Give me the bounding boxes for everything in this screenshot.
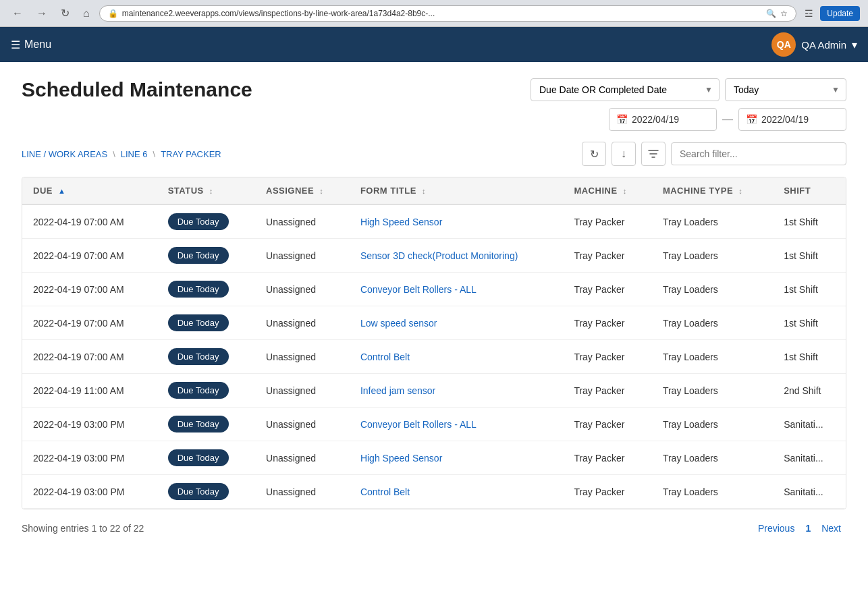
cell-machine: Tray Packer (563, 374, 652, 408)
form-title-link[interactable]: Control Belt (360, 352, 410, 362)
breadcrumb-item-tray-packer[interactable]: TRAY PACKER (161, 149, 221, 159)
cell-status: Due Today (157, 475, 255, 509)
menu-label: Menu (24, 38, 51, 51)
cell-assignee: Unassigned (255, 441, 350, 475)
url-text: maintenance2.weeverapps.com/views/inspec… (122, 9, 763, 18)
search-icon: 🔍 (766, 9, 776, 18)
url-bar: 🔒 maintenance2.weeverapps.com/views/insp… (99, 5, 797, 22)
search-wrapper (671, 142, 846, 165)
cell-assignee: Unassigned (255, 340, 350, 374)
forward-button[interactable]: → (32, 6, 51, 21)
filter-button[interactable] (641, 142, 666, 166)
col-shift[interactable]: SHIFT (773, 177, 846, 204)
pagination: Previous 1 Next (753, 520, 846, 536)
toolbar-right: ↻ ↓ (582, 142, 846, 166)
date-range-dropdown[interactable]: Today (725, 78, 846, 101)
reload-button[interactable]: ↻ (57, 5, 74, 21)
page-header: Scheduled Maintenance Due Date OR Comple… (22, 78, 846, 131)
cell-due: 2022-04-19 07:00 AM (22, 204, 157, 239)
cell-shift: 1st Shift (773, 340, 846, 374)
col-form-title[interactable]: FORM TITLE ↕ (350, 177, 564, 204)
form-title-link[interactable]: Control Belt (360, 486, 410, 497)
form-title-link[interactable]: High Speed Sensor (360, 217, 442, 227)
back-button[interactable]: ← (8, 6, 27, 21)
update-button[interactable]: Update (820, 6, 860, 21)
user-dropdown-button[interactable]: ▾ (852, 38, 857, 51)
date-range-dropdown-wrapper: Today ▼ (725, 78, 846, 101)
table-row: 2022-04-19 03:00 PM Due Today Unassigned… (22, 441, 846, 475)
col-due[interactable]: DUE ▲ (22, 177, 157, 204)
col-machine-type[interactable]: MACHINE TYPE ↕ (652, 177, 773, 204)
cell-shift: 1st Shift (773, 306, 846, 340)
cell-machine-type: Tray Loaders (652, 306, 773, 340)
cell-form-title: Sensor 3D check(Product Monitoring) (350, 239, 564, 273)
calendar-icon-to: 📅 (746, 114, 757, 125)
date-to-input[interactable]: 📅 2022/04/19 (738, 108, 846, 131)
breadcrumb-item-line6[interactable]: LINE 6 (121, 149, 148, 159)
col-status[interactable]: STATUS ↕ (157, 177, 255, 204)
cell-due: 2022-04-19 03:00 PM (22, 475, 157, 509)
previous-button[interactable]: Previous (753, 520, 800, 536)
date-type-dropdown-wrapper: Due Date OR Completed Date ▼ (531, 78, 720, 101)
showing-entries: Showing entries 1 to 22 of 22 (22, 523, 144, 534)
cell-form-title: High Speed Sensor (350, 204, 564, 239)
date-type-dropdown[interactable]: Due Date OR Completed Date (531, 78, 720, 101)
form-title-link[interactable]: Low speed sensor (360, 318, 437, 329)
date-from-input[interactable]: 📅 2022/04/19 (609, 108, 717, 131)
cell-shift: 1st Shift (773, 239, 846, 273)
next-button[interactable]: Next (816, 520, 846, 536)
app-header: ☰ Menu QA QA Admin ▾ (0, 27, 868, 62)
download-button[interactable]: ↓ (612, 142, 636, 166)
status-badge: Due Today (168, 314, 229, 331)
table-container: DUE ▲ STATUS ↕ ASSIGNEE ↕ FORM TITLE ↕ (22, 177, 846, 509)
cell-machine-type: Tray Loaders (652, 273, 773, 306)
table-row: 2022-04-19 07:00 AM Due Today Unassigned… (22, 239, 846, 273)
breadcrumb-item-line-work-areas[interactable]: LINE / WORK AREAS (22, 149, 107, 159)
cell-form-title: High Speed Sensor (350, 441, 564, 475)
table-body: 2022-04-19 07:00 AM Due Today Unassigned… (22, 204, 846, 509)
form-title-link[interactable]: Conveyor Belt Rollers - ALL (360, 419, 477, 430)
cell-due: 2022-04-19 11:00 AM (22, 374, 157, 408)
form-title-link[interactable]: Conveyor Belt Rollers - ALL (360, 284, 477, 295)
col-assignee-label: ASSIGNEE (266, 186, 314, 196)
col-shift-label: SHIFT (784, 186, 811, 196)
home-button[interactable]: ⌂ (79, 6, 94, 21)
cell-due: 2022-04-19 07:00 AM (22, 239, 157, 273)
form-title-link[interactable]: Sensor 3D check(Product Monitoring) (360, 250, 518, 261)
col-assignee[interactable]: ASSIGNEE ↕ (255, 177, 350, 204)
filter-row-2: 📅 2022/04/19 — 📅 2022/04/19 (609, 108, 846, 131)
filter-icon (648, 148, 659, 159)
form-title-link[interactable]: Infeed jam sensor (360, 385, 435, 396)
refresh-button[interactable]: ↻ (582, 142, 606, 166)
cell-machine: Tray Packer (563, 408, 652, 441)
cell-machine: Tray Packer (563, 441, 652, 475)
cell-machine-type: Tray Loaders (652, 441, 773, 475)
cell-assignee: Unassigned (255, 374, 350, 408)
calendar-icon-from: 📅 (616, 114, 628, 125)
search-input[interactable] (671, 142, 846, 165)
user-name: QA Admin (801, 39, 846, 51)
cell-machine-type: Tray Loaders (652, 374, 773, 408)
table-row: 2022-04-19 03:00 PM Due Today Unassigned… (22, 408, 846, 441)
table-row: 2022-04-19 03:00 PM Due Today Unassigned… (22, 475, 846, 509)
header-row: DUE ▲ STATUS ↕ ASSIGNEE ↕ FORM TITLE ↕ (22, 177, 846, 204)
cell-shift: Sanitati... (773, 408, 846, 441)
form-title-link[interactable]: High Speed Sensor (360, 453, 442, 464)
cell-form-title: Control Belt (350, 475, 564, 509)
lock-icon: 🔒 (108, 9, 118, 18)
breadcrumb: LINE / WORK AREAS \ LINE 6 \ TRAY PACKER (22, 149, 221, 159)
col-machine-label: MACHINE (574, 186, 617, 196)
status-badge: Due Today (168, 382, 229, 399)
extensions-button[interactable]: ☲ (802, 7, 816, 20)
cell-assignee: Unassigned (255, 306, 350, 340)
cell-machine-type: Tray Loaders (652, 204, 773, 239)
date-to-value: 2022/04/19 (761, 114, 809, 125)
cell-due: 2022-04-19 07:00 AM (22, 306, 157, 340)
cell-assignee: Unassigned (255, 239, 350, 273)
hamburger-icon: ☰ (11, 38, 20, 51)
bookmark-icon: ☆ (780, 9, 788, 18)
cell-form-title: Low speed sensor (350, 306, 564, 340)
cell-shift: Sanitati... (773, 475, 846, 509)
col-machine[interactable]: MACHINE ↕ (563, 177, 652, 204)
menu-button[interactable]: ☰ Menu (11, 38, 51, 51)
